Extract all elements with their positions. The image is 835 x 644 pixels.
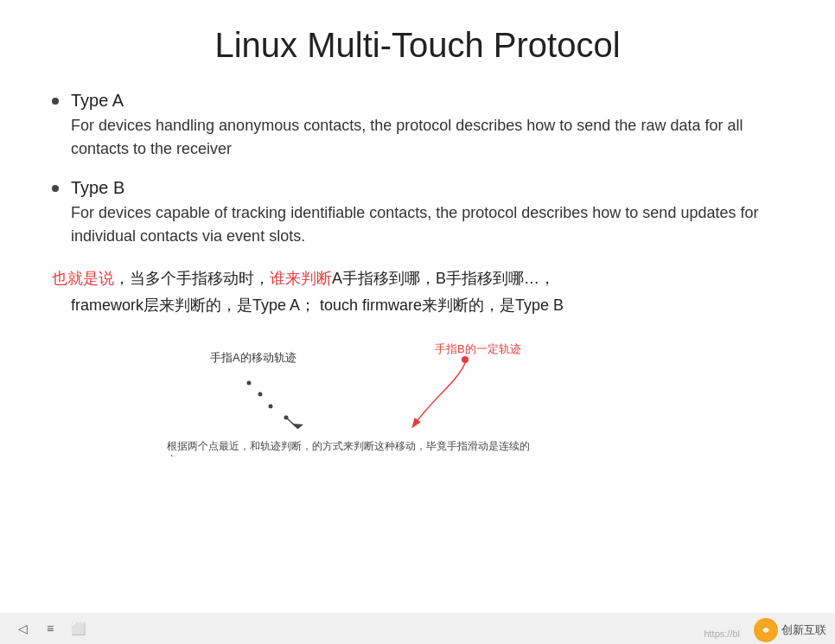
- svg-marker-5: [292, 424, 303, 429]
- type-b-desc: For devices capable of tracking identifi…: [71, 201, 792, 248]
- type-b-heading: Type B: [71, 178, 792, 198]
- red-text-2: 谁来判断: [270, 270, 332, 287]
- black-text-2: A手指移到哪，B手指移到哪…，: [332, 270, 555, 287]
- slide-title: Linux Multi-Touch Protocol: [43, 26, 792, 65]
- type-a-desc: For devices handling anonymous contacts,…: [71, 114, 792, 161]
- type-a-heading: Type A: [71, 91, 792, 111]
- list-item: Type B For devices capable of tracking i…: [52, 178, 792, 248]
- logo-label: 创新互联: [781, 622, 826, 638]
- diagram-label-a: 手指A的移动轨迹: [210, 351, 296, 364]
- svg-point-6: [462, 356, 468, 363]
- diagram-label-b: 手指B的一定轨迹: [435, 342, 521, 355]
- bullet-list: Type A For devices handling anonymous co…: [52, 91, 792, 248]
- watermark-text: https://bl: [704, 628, 740, 639]
- svg-text:根据两个点最近，和轨迹判断，的方式来判断这种移动，毕竟手指滑: 根据两个点最近，和轨迹判断，的方式来判断这种移动，毕竟手指滑动是连续的: [167, 440, 530, 451]
- list-item: Type A For devices handling anonymous co…: [52, 91, 792, 161]
- chinese-line-2: framework层来判断的，是Type A； touch firmware来判…: [71, 292, 792, 319]
- svg-point-2: [269, 405, 273, 409]
- bullet-item-type-b: Type B For devices capable of tracking i…: [71, 178, 792, 248]
- menu-icon[interactable]: ≡: [41, 620, 59, 637]
- bottom-bar-icons: ◁ ≡ ⬜: [14, 620, 86, 637]
- bullet-dot: [52, 185, 59, 192]
- diagram-svg: 手指A的移动轨迹 手指B的一定轨迹: [158, 335, 677, 469]
- bullet-dot: [52, 98, 59, 105]
- black-text-1: ，当多个手指移动时，: [114, 270, 270, 287]
- logo-icon: [754, 618, 778, 642]
- diagram-area: 手指A的移动轨迹 手指B的一定轨迹: [43, 335, 792, 482]
- svg-text:点。: 点。: [167, 455, 188, 456]
- chinese-explanation: 也就是说，当多个手指移动时，谁来判断A手指移到哪，B手指移到哪…， framew…: [52, 265, 792, 318]
- bullet-item-type-a: Type A For devices handling anonymous co…: [71, 91, 792, 161]
- red-text-1: 也就是说: [52, 270, 114, 287]
- slide-container: Linux Multi-Touch Protocol Type A For de…: [0, 0, 835, 644]
- back-icon[interactable]: ◁: [14, 620, 31, 637]
- bottom-bar: ◁ ≡ ⬜ https://bl 创新互联: [0, 613, 835, 644]
- logo-area: 创新互联: [754, 618, 826, 642]
- chinese-line-1: 也就是说，当多个手指移动时，谁来判断A手指移到哪，B手指移到哪…，: [52, 265, 792, 292]
- fullscreen-icon[interactable]: ⬜: [69, 620, 86, 637]
- svg-point-1: [258, 392, 263, 397]
- svg-point-0: [247, 381, 252, 386]
